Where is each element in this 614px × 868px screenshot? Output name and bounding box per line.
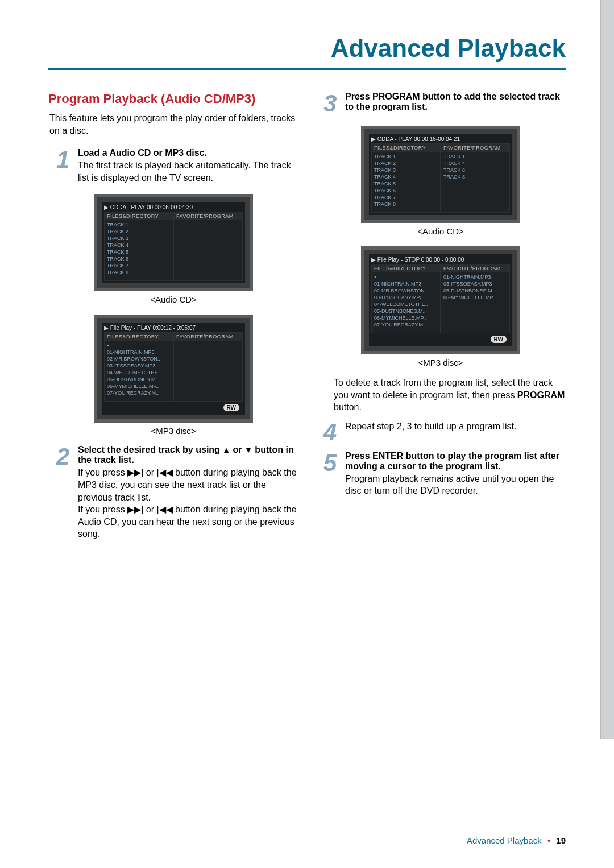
step-2-text-b: If you press ▶▶| or |◀◀ button during pl… [78,503,298,540]
caption-mp3-1: <MP3 disc> [48,426,298,436]
list-item: 06-MYMICHELLE.MP.. [107,383,171,390]
step-5: 5 Press ENTER button to play the program… [323,451,566,497]
caption-audio-cd-2: <Audio CD> [316,226,566,236]
list-item: 04-WELCOMETOTHE.. [107,369,171,376]
ss-mp31-left-list: ▪01-NIGHTRAIN.MP302-MR.BROWNSTON..03-IT'… [105,341,173,401]
step-2: 2 Select the desired track by using ▲ or… [56,445,298,540]
list-item: 04-WELCOMETOTHE.. [374,301,438,308]
ss-mp32-badge: RW [371,336,507,343]
next-track-icon: ▶▶| [127,505,143,514]
list-item: TRACK 4 [374,173,438,180]
ss-mp31-badge: RW [104,404,239,411]
screenshot-audio-cd-2: ▶ CDDA - PLAY 00:00:16-00:04:21 FILES&DI… [361,126,520,223]
list-item: 06-MYMICHELLE.MP.. [443,294,507,301]
ss-mp31-right-header: FAVORITE/PROGRAM [174,333,242,341]
step-4: 4 Repeat step 2, 3 to build up a program… [323,420,566,444]
prev-track-icon: |◀◀ [156,505,172,514]
footer-dot-icon: • [547,836,550,845]
section-intro: This feature lets you program the play o… [49,112,298,137]
screenshot-audio-cd-1: ▶ CDDA - PLAY 00:00:06-00:04:30 FILES&DI… [94,194,253,291]
list-item: 03-IT'SSOEASY.MP3 [443,280,507,287]
step-2-head: Select the desired track by using ▲ or ▼… [78,445,298,465]
list-item: TRACK 1 [443,153,507,160]
ss-cd2-right-header: FAVORITE/PROGRAM [441,144,509,152]
list-item: TRACK 4 [107,242,171,249]
list-item: TRACK 7 [107,262,171,269]
page-title: Advanced Playback [331,34,566,63]
list-item: 05-DUSTNBONES.M.. [107,376,171,383]
delete-note: To delete a track from the program list,… [334,377,566,414]
ss-cd1-right-header: FAVORITE/PROGRAM [174,212,242,220]
list-item: TRACK 6 [107,255,171,262]
list-item: TRACK 2 [107,228,171,235]
ss-cd2-left-header: FILES&DIRECTORY [372,144,440,152]
list-item: TRACK 4 [443,160,507,167]
list-item: TRACK 3 [107,235,171,242]
list-item: TRACK 5 [107,249,171,255]
list-item: TRACK 8 [443,173,507,180]
next-track-icon: ▶▶| [127,468,143,477]
step-2-num: 2 [56,445,73,540]
list-item: 01-NIGHTRAIN.MP3 [443,274,507,280]
ss-mp32-status: ▶ File Play - STOP 0:00:00 - 0:00:00 [371,257,510,263]
list-item: TRACK 2 [374,160,438,167]
section-title: Program Playback (Audio CD/MP3) [48,92,298,106]
triangle-up-icon: ▲ [222,445,230,454]
list-item: 07-YOU'RECRAZY.M.. [374,321,438,328]
screenshot-mp3-2: ▶ File Play - STOP 0:00:00 - 0:00:00 FIL… [361,246,520,354]
ss-cd1-right-list [174,220,242,226]
step-1-text: The first track is played back automatic… [78,159,298,184]
header-rule [48,68,566,70]
list-item: TRACK 3 [374,167,438,173]
step-5-num: 5 [323,451,341,497]
section-title-text: Program Playback (Audio CD/MP3) [48,92,255,106]
ss-cd1-left-list: TRACK 1TRACK 2TRACK 3TRACK 4TRACK 5TRACK… [105,220,173,280]
list-item: TRACK 5 [374,180,438,187]
list-item: 02-MR.BROWNSTON.. [107,356,171,362]
step-1: 1 Load a Audio CD or MP3 disc. The first… [56,148,298,184]
list-item: 01-NIGHTRAIN.MP3 [374,280,438,287]
page: Advanced Playback Program Playback (Audi… [0,0,614,868]
ss-mp32-right-header: FAVORITE/PROGRAM [441,264,509,272]
step-4-text: Repeat step 2, 3 to build up a program l… [345,420,566,433]
ss-cd1-left-header: FILES&DIRECTORY [105,212,173,220]
ss-mp32-left-list: ▪01-NIGHTRAIN.MP302-MR.BROWNSTON..03-IT'… [372,272,440,333]
left-column: Program Playback (Audio CD/MP3) This fea… [48,92,298,544]
ss-mp31-right-list [174,341,242,346]
step-3-num: 3 [323,92,341,115]
ss-mp31-left-header: FILES&DIRECTORY [105,333,173,341]
list-item: 06-MYMICHELLE.MP.. [374,315,438,321]
step-5-text: Program playback remains active until yo… [345,473,566,497]
list-item: TRACK 6 [374,187,438,194]
list-item: 07-YOU'RECRAZY.M.. [107,390,171,396]
list-item: 03-IT'SSOEASY.MP3 [107,362,171,369]
prev-track-icon: |◀◀ [156,468,172,477]
ss-cd2-left-list: TRACK 1TRACK 2TRACK 3TRACK 4TRACK 5TRACK… [372,152,440,212]
caption-audio-cd-1: <Audio CD> [48,295,298,304]
step-2-text-a: If you press ▶▶| or |◀◀ button during pl… [78,466,298,503]
list-item: TRACK 1 [107,221,171,228]
ss-mp31-status: ▶ File Play - PLAY 0:00:12 - 0:05:07 [104,325,243,331]
ss-mp32-right-list: 01-NIGHTRAIN.MP303-IT'SSOEASY.MP305-DUST… [441,272,509,305]
caption-mp3-2: <MP3 disc> [316,358,566,367]
list-item: TRACK 1 [374,153,438,160]
step-4-num: 4 [323,420,341,444]
triangle-down-icon: ▼ [244,445,252,454]
list-item: 05-DUSTNBONES.M.. [443,287,507,294]
list-item: 02-MR.BROWNSTON.. [374,287,438,294]
step-1-num: 1 [56,148,73,184]
list-item: TRACK 6 [443,167,507,173]
screenshot-mp3-1: ▶ File Play - PLAY 0:00:12 - 0:05:07 FIL… [94,315,253,423]
ss-cd2-right-list: TRACK 1TRACK 4TRACK 6TRACK 8 [441,152,509,185]
list-item: 03-IT'SSOEASY.MP3 [374,294,438,301]
right-column: 3 Press PROGRAM button to add the select… [316,92,566,544]
list-item: 01-NIGHTRAIN.MP3 [107,349,171,356]
list-item: ▪ [374,274,438,280]
list-item: TRACK 7 [374,194,438,201]
ss-mp32-left-header: FILES&DIRECTORY [372,264,440,272]
list-item: TRACK 8 [374,201,438,208]
list-item: ▪ [107,342,171,349]
page-footer: Advanced Playback • 19 [467,836,566,845]
step-3: 3 Press PROGRAM button to add the select… [323,92,566,115]
step-1-head: Load a Audio CD or MP3 disc. [78,148,298,158]
